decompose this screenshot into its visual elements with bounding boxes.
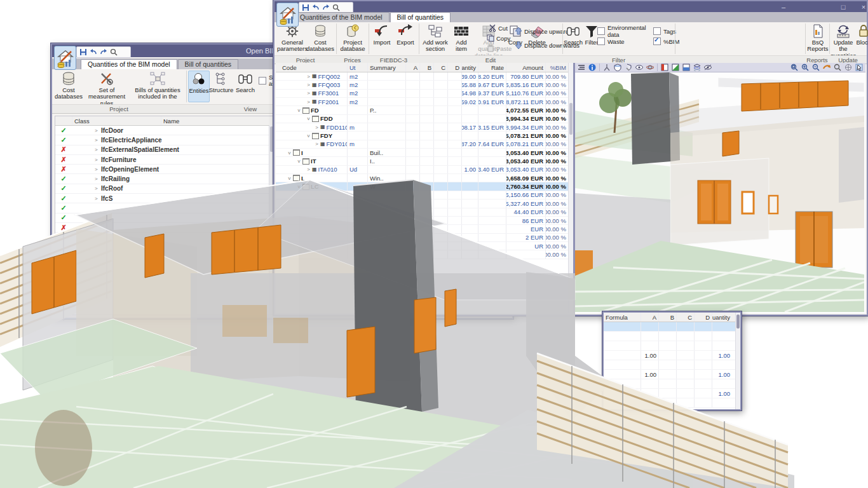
undo-icon[interactable] (312, 4, 320, 11)
filter-checkbox[interactable]: Environmental data (597, 26, 652, 36)
boq-row[interactable]: vFD P.. 74,072.55 EUR 100.00 % (276, 106, 573, 114)
bsq-reports-button[interactable]: BsQ Reports (807, 23, 829, 53)
expander-icon[interactable]: > (95, 128, 101, 133)
zoom-previous-icon[interactable] (812, 64, 820, 71)
add-item-button[interactable]: Add item (451, 23, 471, 53)
zoom-icon[interactable] (332, 4, 340, 11)
expander-icon[interactable]: > (95, 137, 101, 143)
boq-row[interactable]: 2 EUR 100.00 % (276, 234, 573, 242)
d-column-header[interactable]: D (694, 313, 712, 322)
boq-row[interactable]: 86 EUR 100.00 % (276, 217, 573, 225)
boq-row[interactable]: 5,327.40 EUR 100.00 % (276, 200, 573, 208)
bills-of-quantities-included-button[interactable]: Bills of quantities included in the BIM.… (130, 71, 186, 101)
filter-checkbox[interactable]: Tags (653, 26, 689, 36)
expander-icon[interactable]: > (314, 125, 320, 130)
class-table-row[interactable]: > IfcS (55, 194, 274, 203)
expander-icon[interactable]: v (296, 107, 302, 113)
shield-icon[interactable] (614, 64, 621, 71)
pan-icon[interactable] (844, 64, 852, 71)
detail-row[interactable]: 1.00 1.00 (604, 351, 740, 360)
boq-row[interactable]: vIT I.. 13,053.40 EUR 100.00 % (276, 157, 573, 165)
project-database-button[interactable]: Project database (338, 23, 367, 53)
section-plane-y-icon[interactable] (672, 64, 679, 71)
tab-bill-of-quantities[interactable]: Bill of quantities (390, 12, 451, 22)
boq-row[interactable]: 26,150.66 EUR 100.00 % (276, 191, 573, 200)
cut-button[interactable]: Cut (489, 24, 508, 32)
displace-upwards-button[interactable]: Displace upwards (515, 27, 572, 35)
expander-icon[interactable]: > (314, 141, 320, 147)
include-state-icon[interactable] (55, 224, 72, 232)
filter-checkbox[interactable]: %BIM (653, 36, 689, 46)
detail-row[interactable] (604, 341, 740, 351)
include-state-icon[interactable] (55, 184, 72, 193)
boq-row[interactable]: >FDY010 m 187.20 347.64 EUR 65,078.21 EU… (276, 140, 573, 149)
c-column-header[interactable]: C (433, 63, 447, 72)
expander-icon[interactable]: > (95, 166, 101, 172)
zoom-in-icon[interactable] (834, 64, 841, 71)
detail-table-scrollbar[interactable] (735, 313, 740, 409)
include-state-icon[interactable] (55, 126, 72, 135)
boq-row[interactable]: >FFQ003 m2 855.88 19.67 EUR 16,835.16 EU… (276, 81, 573, 89)
boq-row[interactable]: EUR 100.00 % (276, 225, 573, 233)
class-table-row[interactable] (55, 214, 274, 223)
expander-icon[interactable]: > (95, 176, 101, 182)
select-cursor-icon[interactable] (855, 64, 863, 71)
expander-icon[interactable]: > (95, 196, 101, 201)
undo-icon[interactable] (90, 48, 97, 56)
visibility-icon[interactable] (704, 64, 712, 71)
set-of-measurement-rules-button[interactable]: Set of measurement rules (84, 71, 130, 107)
formula-column-header[interactable]: Formula (604, 313, 641, 322)
expander-icon[interactable]: v (306, 133, 311, 139)
save-icon[interactable] (302, 4, 309, 11)
class-column-header[interactable]: Class (72, 116, 161, 125)
class-table-row[interactable]: > IfcDoor (55, 126, 274, 135)
expander-icon[interactable]: > (306, 99, 311, 105)
boq-row[interactable]: vI Buil.. 13,053.40 EUR 100.00 % (276, 149, 573, 157)
structure-button[interactable]: Structure (210, 71, 233, 93)
expander-icon[interactable]: > (306, 74, 311, 79)
boq-row[interactable]: vFDD 8,994.34 EUR 100.00 % (276, 115, 573, 123)
class-table-row[interactable] (55, 223, 274, 233)
expander-icon[interactable]: v (287, 150, 292, 156)
add-work-section-button[interactable]: Add work section (421, 23, 450, 53)
import-button[interactable]: Import (370, 23, 393, 46)
eye-icon[interactable] (635, 64, 643, 71)
copy-small-button[interactable]: Copy (487, 34, 510, 42)
cost-databases-button[interactable]: Cost databases (306, 23, 334, 53)
detail-row[interactable] (604, 379, 740, 389)
class-table-row[interactable]: > IfcRoof (55, 184, 274, 194)
section-plane-x-icon[interactable] (661, 64, 668, 71)
include-state-icon[interactable] (55, 194, 72, 203)
boq-row[interactable]: >FDD110 m 108.17 83.15 EUR 8,994.34 EUR … (276, 123, 573, 132)
boq-row[interactable]: vLC W 42,760.34 EUR 100.00 % (276, 182, 573, 191)
expander-icon[interactable]: v (296, 158, 302, 164)
expander-icon[interactable]: > (95, 147, 101, 152)
layers-panel-icon[interactable] (578, 64, 585, 71)
include-state-icon[interactable] (55, 146, 72, 154)
summary-column-header[interactable]: Summary (367, 63, 405, 72)
a-column-header[interactable]: A (405, 63, 419, 72)
tab-bill-of-quantities[interactable]: Bill of quantities (178, 59, 239, 69)
expander-icon[interactable]: v (287, 175, 292, 181)
axes-icon[interactable] (603, 64, 611, 71)
expander-icon[interactable]: > (306, 82, 311, 88)
detail-row[interactable]: 1.00 (604, 389, 740, 398)
detail-row[interactable] (604, 322, 740, 332)
boq-row[interactable]: vL Win.. 80,658.09 EUR 100.00 % (276, 174, 573, 182)
save-icon[interactable] (79, 48, 87, 56)
search-button[interactable]: Search (564, 23, 582, 46)
layer-stack-icon[interactable] (693, 64, 701, 71)
boq-table-scrollbar[interactable] (568, 63, 573, 313)
boq-row[interactable]: UR 100.00 % (276, 242, 573, 250)
detail-row[interactable] (604, 398, 740, 408)
pbim-column-header[interactable]: %BIM (545, 63, 568, 72)
cost-databases-button[interactable]: Cost databases (54, 71, 83, 100)
detail-row[interactable]: 1.00 1.00 (604, 370, 740, 379)
orbit-icon[interactable] (646, 64, 654, 71)
info-icon[interactable] (588, 64, 596, 71)
rate-column-header[interactable]: Rate (478, 63, 506, 72)
viewport-3d[interactable] (575, 72, 865, 313)
zoom-window-icon[interactable] (790, 64, 798, 71)
entities-button[interactable]: Entities (188, 71, 210, 102)
class-table-row[interactable]: > IfcFurniture (55, 155, 274, 165)
